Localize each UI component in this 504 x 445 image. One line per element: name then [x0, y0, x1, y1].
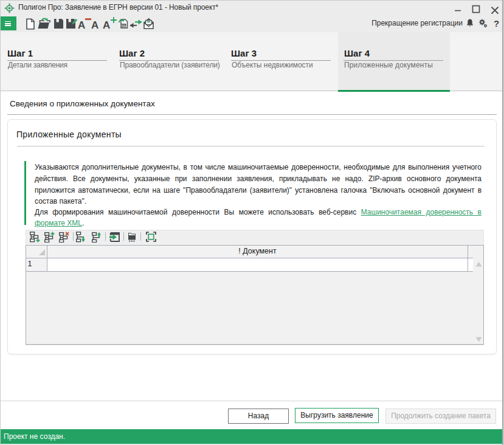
- svg-text:XML: XML: [120, 24, 126, 27]
